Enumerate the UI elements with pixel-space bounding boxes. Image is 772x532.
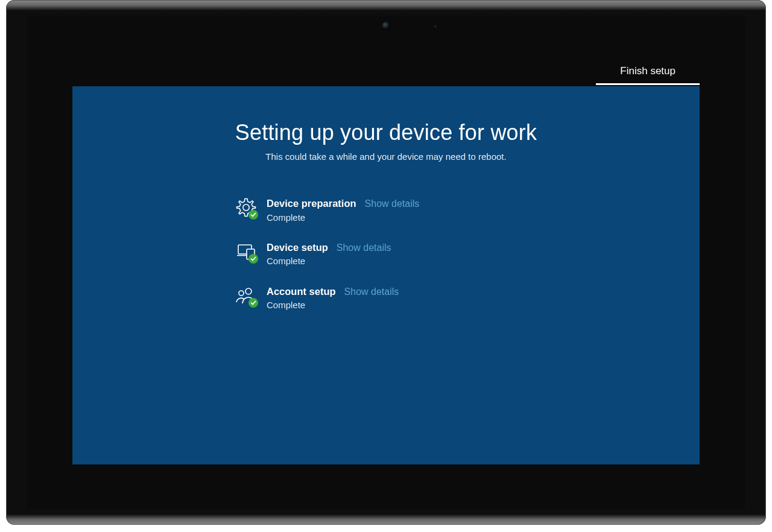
status-title: Account setup [267,285,336,298]
tablet-frame: Finish setup Setting up your device for … [6,0,766,525]
page-title: Setting up your device for work [235,120,537,145]
status-list: Device preparation Show details Complete [193,197,579,312]
tab-finish-setup[interactable]: Finish setup [596,59,700,85]
devices-icon [235,241,257,262]
show-details-link[interactable]: Show details [337,241,391,255]
people-icon [235,285,257,306]
camera-icon [382,22,390,30]
topbar: Finish setup [72,57,700,86]
page-subtitle: This could take a while and your device … [265,151,506,162]
show-details-link[interactable]: Show details [365,197,420,211]
status-title: Device setup [267,241,328,254]
svg-point-6 [239,291,244,296]
svg-point-5 [245,288,252,294]
status-item-device-setup: Device setup Show details Complete [193,241,579,268]
gear-icon [235,197,257,218]
svg-point-0 [243,204,249,211]
show-details-link[interactable]: Show details [344,285,399,299]
status-state: Complete [267,255,391,267]
check-badge-icon [248,210,258,220]
sensor-dot-icon [434,25,437,28]
status-state: Complete [267,299,399,311]
check-badge-icon [248,254,258,264]
status-state: Complete [267,212,419,224]
status-item-account-setup: Account setup Show details Complete [193,285,579,312]
check-badge-icon [248,298,258,308]
status-item-device-preparation: Device preparation Show details Complete [193,197,579,224]
oobe-screen: Setting up your device for work This cou… [72,86,700,464]
status-title: Device preparation [267,197,356,210]
